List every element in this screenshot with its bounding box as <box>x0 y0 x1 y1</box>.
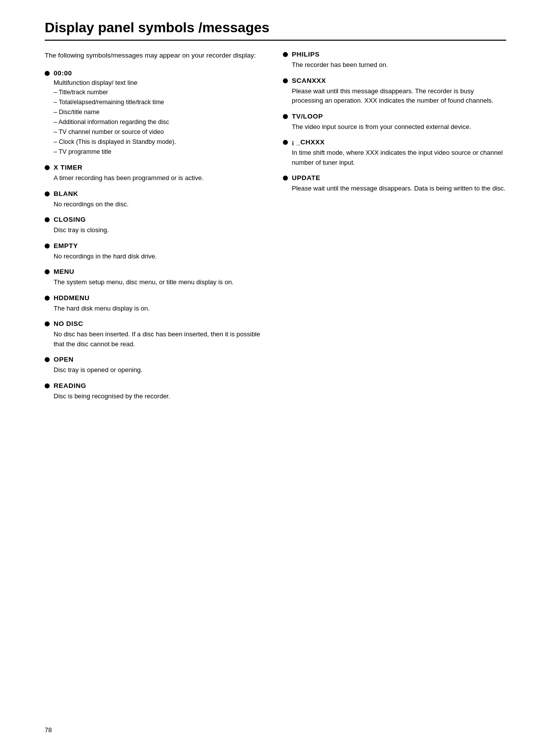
section-item-hddmenu: HDDMENU The hard disk menu display is on… <box>45 294 268 314</box>
bullet-tvloop <box>283 114 288 119</box>
bullet-menu <box>45 269 50 274</box>
bullet-closing <box>45 217 50 222</box>
section-title-nodisc: NO DISC <box>54 320 83 327</box>
bullet-0000 <box>45 71 50 76</box>
section-header-hddmenu: HDDMENU <box>45 294 268 302</box>
section-title-xtimer: X TIMER <box>54 164 82 171</box>
right-column: PHILIPS The recorder has been turned on.… <box>283 51 506 408</box>
section-header-blank: BLANK <box>45 190 268 197</box>
section-desc-closing: Disc tray is closing. <box>54 225 268 235</box>
section-title-0000: 00:00 <box>54 69 72 77</box>
section-header-chxxx: ¡ _CHXXX <box>283 138 506 146</box>
section-header-tvloop: TV/LOOP <box>283 113 506 120</box>
section-desc-scanxxx: Please wait until this message disappear… <box>292 86 506 106</box>
section-title-blank: BLANK <box>54 190 78 197</box>
sub-list-0000: Title/track number Total/elapsed/remaini… <box>54 87 268 157</box>
bullet-philips <box>283 52 288 57</box>
section-header-0000: 00:00 <box>45 69 268 77</box>
section-header-scanxxx: SCANXXX <box>283 77 506 84</box>
section-item-update: UPDATE Please wait until the message dis… <box>283 174 506 193</box>
sub-list-item: Disc/title name <box>54 107 268 117</box>
section-header-open: OPEN <box>45 356 268 363</box>
bullet-empty <box>45 244 50 249</box>
section-desc-empty: No recordings in the hard disk drive. <box>54 252 268 261</box>
section-header-menu: MENU <box>45 268 268 275</box>
section-item-reading: READING Disc is being recognised by the … <box>45 382 268 401</box>
page-title: Display panel symbols /messages <box>45 20 506 41</box>
section-item-menu: MENU The system setup menu, disc menu, o… <box>45 268 268 287</box>
multifunction-label: Multifunction display/ text line <box>54 79 268 86</box>
section-header-nodisc: NO DISC <box>45 320 268 327</box>
section-desc-reading: Disc is being recognised by the recorder… <box>54 391 268 401</box>
sub-list-item: Additional information regarding the dis… <box>54 117 268 127</box>
intro-text: The following symbols/messages may appea… <box>45 51 268 61</box>
sub-list-item: Title/track number <box>54 87 268 97</box>
section-header-philips: PHILIPS <box>283 51 506 58</box>
sub-list-item: TV programme title <box>54 147 268 157</box>
section-desc-philips: The recorder has been turned on. <box>292 60 506 70</box>
section-item-scanxxx: SCANXXX Please wait until this message d… <box>283 77 506 106</box>
section-title-philips: PHILIPS <box>292 51 320 58</box>
section-header-update: UPDATE <box>283 174 506 182</box>
bullet-update <box>283 176 288 181</box>
section-title-menu: MENU <box>54 268 74 275</box>
section-desc-nodisc: No disc has been inserted. If a disc has… <box>54 329 268 349</box>
section-header-closing: CLOSING <box>45 216 268 223</box>
sub-list-item: TV channel number or source of video <box>54 127 268 137</box>
section-title-open: OPEN <box>54 356 73 363</box>
bullet-nodisc <box>45 321 50 326</box>
section-desc-menu: The system setup menu, disc menu, or tit… <box>54 277 268 287</box>
bullet-hddmenu <box>45 296 50 301</box>
bullet-xtimer <box>45 165 50 170</box>
bullet-reading <box>45 383 50 388</box>
section-item-0000: 00:00 Multifunction display/ text line T… <box>45 69 268 157</box>
section-title-tvloop: TV/LOOP <box>292 113 323 120</box>
section-desc-open: Disc tray is opened or opening. <box>54 365 268 375</box>
page-number: 78 <box>45 726 52 734</box>
section-title-scanxxx: SCANXXX <box>292 77 326 84</box>
section-header-reading: READING <box>45 382 268 389</box>
bullet-blank <box>45 191 50 196</box>
page-container: Display panel symbols /messages The foll… <box>0 0 536 756</box>
left-column: The following symbols/messages may appea… <box>45 51 268 408</box>
section-title-reading: READING <box>54 382 86 389</box>
section-desc-blank: No recordings on the disc. <box>54 199 268 209</box>
section-item-open: OPEN Disc tray is opened or opening. <box>45 356 268 375</box>
section-item-closing: CLOSING Disc tray is closing. <box>45 216 268 235</box>
section-item-blank: BLANK No recordings on the disc. <box>45 190 268 209</box>
section-desc-tvloop: The video input source is from your conn… <box>292 122 506 132</box>
section-title-empty: EMPTY <box>54 242 78 250</box>
bullet-chxxx <box>283 140 288 145</box>
sub-list-item: Clock (This is displayed in Standby mode… <box>54 137 268 147</box>
section-item-xtimer: X TIMER A timer recording has been progr… <box>45 164 268 183</box>
content-area: The following symbols/messages may appea… <box>45 51 506 408</box>
section-desc-xtimer: A timer recording has been programmed or… <box>54 173 268 183</box>
section-title-hddmenu: HDDMENU <box>54 294 90 302</box>
section-header-empty: EMPTY <box>45 242 268 250</box>
section-item-empty: EMPTY No recordings in the hard disk dri… <box>45 242 268 261</box>
section-desc-hddmenu: The hard disk menu display is on. <box>54 304 268 314</box>
section-desc-update: Please wait until the message disappears… <box>292 184 506 193</box>
section-title-chxxx: ¡ _CHXXX <box>292 138 325 146</box>
section-item-chxxx: ¡ _CHXXX In time shift mode, where XXX i… <box>283 138 506 167</box>
section-desc-chxxx: In time shift mode, where XXX indicates … <box>292 148 506 167</box>
section-item-tvloop: TV/LOOP The video input source is from y… <box>283 113 506 132</box>
section-item-nodisc: NO DISC No disc has been inserted. If a … <box>45 320 268 349</box>
bullet-scanxxx <box>283 78 288 83</box>
section-title-closing: CLOSING <box>54 216 86 223</box>
sub-list-item: Total/elapsed/remaining title/track time <box>54 97 268 107</box>
bullet-open <box>45 357 50 362</box>
section-header-xtimer: X TIMER <box>45 164 268 171</box>
section-item-philips: PHILIPS The recorder has been turned on. <box>283 51 506 70</box>
section-title-update: UPDATE <box>292 174 321 182</box>
